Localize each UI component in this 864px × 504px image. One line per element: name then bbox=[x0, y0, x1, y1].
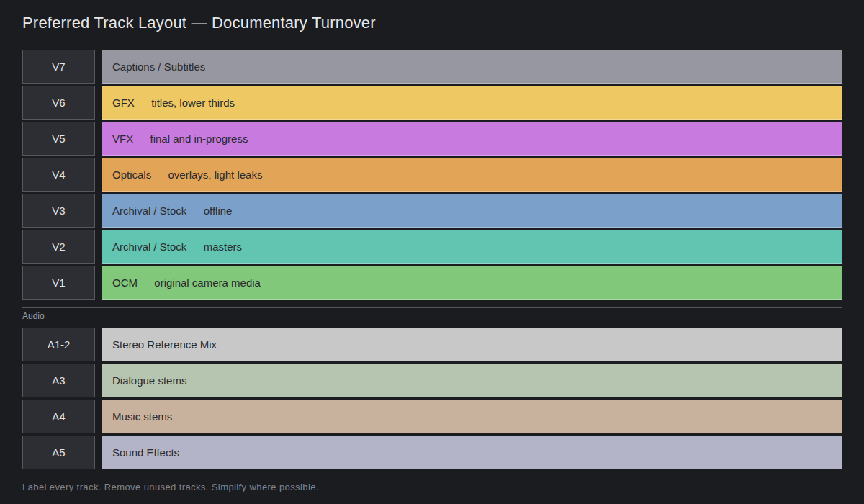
track-bar-label: VFX — final and in-progress bbox=[112, 132, 248, 145]
audio-section-header: Audio bbox=[22, 307, 842, 322]
track-bar-label: Stereo Reference Mix bbox=[112, 338, 217, 351]
track-select-button[interactable]: V7 bbox=[22, 50, 95, 84]
track-bar: Sound Effects bbox=[102, 436, 842, 469]
track-bar-label: Archival / Stock — offline bbox=[112, 204, 232, 217]
track-bar: VFX — final and in-progress bbox=[102, 122, 842, 156]
track-bar: OCM — original camera media bbox=[102, 266, 842, 300]
track-bar: Archival / Stock — offline bbox=[102, 194, 842, 228]
track-select-button[interactable]: V3 bbox=[22, 194, 95, 228]
track-bar-label: Archival / Stock — masters bbox=[112, 240, 242, 253]
video-track-list: V7Captions / SubtitlesV6GFX — titles, lo… bbox=[22, 50, 842, 300]
track-bar: Archival / Stock — masters bbox=[102, 230, 842, 264]
track-row: V1OCM — original camera media bbox=[22, 266, 842, 300]
track-bar-label: Captions / Subtitles bbox=[112, 60, 205, 73]
track-row: V5VFX — final and in-progress bbox=[22, 122, 842, 156]
track-row: A1-2Stereo Reference Mix bbox=[22, 328, 842, 361]
page-title: Preferred Track Layout — Documentary Tur… bbox=[22, 13, 842, 33]
track-row: A4Music stems bbox=[22, 400, 842, 433]
track-bar: Stereo Reference Mix bbox=[102, 328, 842, 361]
track-row: V4Opticals — overlays, light leaks bbox=[22, 158, 842, 192]
track-select-button[interactable]: A3 bbox=[22, 364, 95, 397]
track-row: A3Dialogue stems bbox=[22, 364, 842, 397]
track-select-button[interactable]: V6 bbox=[22, 86, 95, 120]
page: Preferred Track Layout — Documentary Tur… bbox=[0, 0, 864, 504]
track-select-button[interactable]: A4 bbox=[22, 400, 95, 433]
track-row: V3Archival / Stock — offline bbox=[22, 194, 842, 228]
track-row: V6GFX — titles, lower thirds bbox=[22, 86, 842, 120]
audio-track-list: A1-2Stereo Reference MixA3Dialogue stems… bbox=[22, 328, 842, 469]
track-select-button[interactable]: A1-2 bbox=[22, 328, 95, 361]
track-row: V2Archival / Stock — masters bbox=[22, 230, 842, 264]
track-bar-label: OCM — original camera media bbox=[112, 276, 261, 289]
track-bar-label: GFX — titles, lower thirds bbox=[112, 96, 235, 109]
track-bar-label: Dialogue stems bbox=[112, 374, 186, 387]
track-bar-label: Sound Effects bbox=[112, 446, 179, 459]
track-bar: Dialogue stems bbox=[102, 364, 842, 397]
track-bar: GFX — titles, lower thirds bbox=[102, 86, 842, 120]
track-select-button[interactable]: V5 bbox=[22, 122, 95, 156]
track-row: A5Sound Effects bbox=[22, 436, 842, 469]
track-bar-label: Opticals — overlays, light leaks bbox=[112, 168, 262, 181]
track-bar: Opticals — overlays, light leaks bbox=[102, 158, 842, 192]
track-select-button[interactable]: V1 bbox=[22, 266, 95, 300]
footer-note: Label every track. Remove unused tracks.… bbox=[22, 482, 842, 492]
track-select-button[interactable]: V4 bbox=[22, 158, 95, 192]
track-select-button[interactable]: V2 bbox=[22, 230, 95, 264]
track-select-button[interactable]: A5 bbox=[22, 436, 95, 469]
track-bar-label: Music stems bbox=[112, 410, 172, 423]
track-bar: Captions / Subtitles bbox=[102, 50, 842, 84]
audio-section-label: Audio bbox=[22, 310, 842, 322]
track-bar: Music stems bbox=[102, 400, 842, 433]
track-row: V7Captions / Subtitles bbox=[22, 50, 842, 84]
